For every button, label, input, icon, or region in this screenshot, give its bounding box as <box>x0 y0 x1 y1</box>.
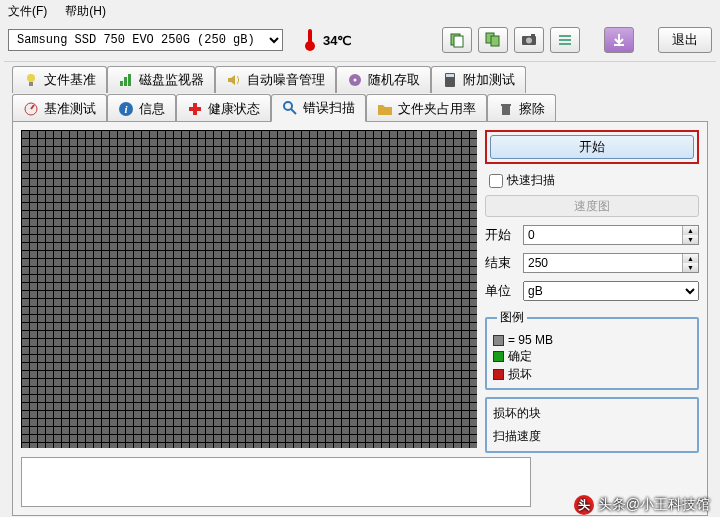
tab-folder-usage[interactable]: 文件夹占用率 <box>366 94 487 122</box>
drive-selector[interactable]: Samsung SSD 750 EVO 250G (250 gB) <box>8 29 283 51</box>
tabs-row-1: 文件基准磁盘监视器自动噪音管理随机存取附加测试 <box>0 64 720 93</box>
watermark: 头 头条@小王科技馆 <box>574 495 710 515</box>
tab-label: 健康状态 <box>208 100 260 118</box>
legend-ok: 确定 <box>493 348 691 365</box>
end-spinner[interactable]: ▲▼ <box>523 253 699 273</box>
tab-benchmark[interactable]: 基准测试 <box>12 94 107 122</box>
tab-disk-monitor[interactable]: 磁盘监视器 <box>107 66 215 93</box>
gauge-icon <box>23 101 39 117</box>
menu-help[interactable]: 帮助(H) <box>65 3 106 20</box>
screenshot-button[interactable] <box>514 27 544 53</box>
thermometer-icon <box>303 29 317 51</box>
tab-label: 文件夹占用率 <box>398 100 476 118</box>
speed-map-button: 速度图 <box>485 195 699 217</box>
svg-rect-8 <box>559 39 571 41</box>
svg-point-5 <box>526 38 532 44</box>
svg-rect-9 <box>559 43 571 45</box>
folder-icon <box>377 101 393 117</box>
start-field-row: 开始 ▲▼ <box>485 225 699 245</box>
tab-erase[interactable]: 擦除 <box>487 94 556 122</box>
stat-damaged-blocks: 损坏的块 <box>493 405 691 422</box>
download-icon <box>611 32 627 48</box>
camera-icon <box>521 32 537 48</box>
tab-label: 附加测试 <box>463 71 515 89</box>
end-label: 结束 <box>485 254 517 272</box>
stat-scan-speed: 扫描速度 <box>493 428 691 445</box>
stats-box: 损坏的块 扫描速度 <box>485 397 699 453</box>
copy2-icon <box>485 32 501 48</box>
end-up[interactable]: ▲ <box>682 254 698 263</box>
start-highlight: 开始 <box>485 130 699 164</box>
svg-rect-19 <box>446 74 454 77</box>
unit-select[interactable]: gB <box>523 281 699 301</box>
start-down[interactable]: ▼ <box>682 235 698 244</box>
tab-file-benchmark[interactable]: 文件基准 <box>12 66 107 93</box>
options-button[interactable] <box>550 27 580 53</box>
tab-aam[interactable]: 自动噪音管理 <box>215 66 336 93</box>
legend-box: 图例 = 95 MB 确定 损坏 <box>485 309 699 390</box>
svg-rect-6 <box>531 34 535 37</box>
legend-swatch-ok <box>493 351 504 362</box>
end-input[interactable] <box>524 254 682 272</box>
disk-icon <box>347 72 363 88</box>
start-label: 开始 <box>485 226 517 244</box>
quick-scan-row[interactable]: 快速扫描 <box>489 172 699 189</box>
svg-point-25 <box>284 102 292 110</box>
start-input[interactable] <box>524 226 682 244</box>
quick-scan-checkbox[interactable] <box>489 174 503 188</box>
svg-rect-15 <box>128 74 131 86</box>
tab-extra-tests[interactable]: 附加测试 <box>431 66 526 93</box>
menu-file[interactable]: 文件(F) <box>8 3 47 20</box>
calc-icon <box>442 72 458 88</box>
tab-label: 基准测试 <box>44 100 96 118</box>
speaker-icon <box>226 72 242 88</box>
svg-rect-7 <box>559 35 571 37</box>
info-icon: i <box>118 101 134 117</box>
tab-health[interactable]: 健康状态 <box>176 94 271 122</box>
start-button[interactable]: 开始 <box>490 135 694 159</box>
temperature-value: 34℃ <box>323 33 352 48</box>
tab-info[interactable]: i信息 <box>107 94 176 122</box>
tab-label: 信息 <box>139 100 165 118</box>
download-button[interactable] <box>604 27 634 53</box>
quick-scan-label: 快速扫描 <box>507 172 555 189</box>
tab-label: 文件基准 <box>44 71 96 89</box>
trash-icon <box>498 101 514 117</box>
svg-point-11 <box>27 74 35 82</box>
tab-label: 磁盘监视器 <box>139 71 204 89</box>
svg-rect-3 <box>491 36 499 46</box>
tab-random-access[interactable]: 随机存取 <box>336 66 431 93</box>
legend-swatch-damaged <box>493 369 504 380</box>
svg-rect-13 <box>120 81 123 86</box>
tab-error-scan[interactable]: 错误扫描 <box>271 94 366 122</box>
side-panel: 开始 快速扫描 速度图 开始 ▲▼ 结束 ▲▼ 单位 gB <box>485 130 699 507</box>
end-field-row: 结束 ▲▼ <box>485 253 699 273</box>
svg-rect-10 <box>614 44 624 46</box>
search-icon <box>282 100 298 116</box>
log-box <box>21 457 531 507</box>
block-map <box>21 130 477 448</box>
plus-icon <box>187 101 203 117</box>
watermark-logo-icon: 头 <box>574 495 594 515</box>
toolbar: Samsung SSD 750 EVO 250G (250 gB) 34℃ 退出 <box>0 23 720 61</box>
lightbulb-icon <box>23 72 39 88</box>
svg-rect-26 <box>502 106 510 115</box>
start-up[interactable]: ▲ <box>682 226 698 235</box>
chart-icon <box>118 72 134 88</box>
legend-damaged: 损坏 <box>493 366 691 383</box>
copy-button[interactable] <box>442 27 472 53</box>
legend-swatch-unused <box>493 335 504 346</box>
copy2-button[interactable] <box>478 27 508 53</box>
svg-rect-14 <box>124 77 127 86</box>
start-spinner[interactable]: ▲▼ <box>523 225 699 245</box>
legend-title: 图例 <box>497 309 527 326</box>
unit-field-row: 单位 gB <box>485 281 699 301</box>
error-scan-panel: 开始 快速扫描 速度图 开始 ▲▼ 结束 ▲▼ 单位 gB <box>12 121 708 516</box>
svg-rect-27 <box>501 104 511 106</box>
list-icon <box>557 32 573 48</box>
end-down[interactable]: ▼ <box>682 263 698 272</box>
tabs-row-2: 基准测试i信息健康状态错误扫描文件夹占用率擦除 <box>0 92 720 122</box>
svg-rect-12 <box>29 82 33 86</box>
svg-point-17 <box>354 79 357 82</box>
exit-button[interactable]: 退出 <box>658 27 712 53</box>
